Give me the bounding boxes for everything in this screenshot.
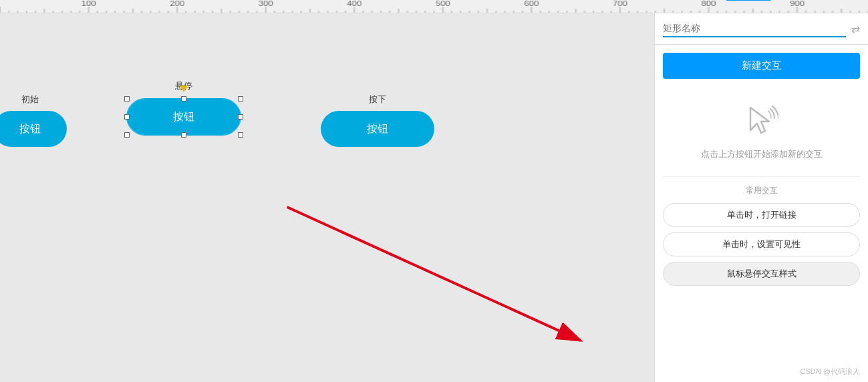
footer-text: CSDN @代码浪人 (655, 361, 868, 382)
anchor-indicator (180, 85, 188, 92)
state-hover-button[interactable]: 按钮 (127, 99, 241, 135)
shape-name-input[interactable] (663, 20, 846, 37)
right-panel: ⇄ 新建交互 点击上方按钮开始添加新的交互 常用交互 (654, 13, 868, 382)
common-interactions: 常用交互 单击时，打开链接 单击时，设置可见性 鼠标悬停交互样式 (655, 180, 868, 297)
handle-tr[interactable] (238, 96, 243, 102)
ruler (0, 0, 868, 13)
state-hover: 悬停 按钮 (127, 80, 241, 135)
state-pressed: 按下 按钮 (321, 93, 434, 147)
interaction-set-visibility[interactable]: 单击时，设置可见性 (663, 232, 860, 256)
state-initial-button[interactable]: 按钮 (0, 111, 67, 147)
state-initial-label: 初始 (21, 93, 39, 106)
common-interactions-title: 常用交互 (663, 185, 860, 196)
handle-bm[interactable] (181, 132, 186, 138)
hint-text: 点击上方按钮开始添加新的交互 (701, 148, 823, 160)
handle-bl[interactable] (124, 132, 130, 138)
svg-marker-2 (750, 108, 769, 133)
handle-lm[interactable] (124, 114, 130, 120)
selection-box: 按钮 (127, 99, 241, 135)
state-pressed-label: 按下 (369, 93, 386, 106)
svg-line-1 (287, 207, 581, 341)
ruler-canvas (0, 0, 868, 13)
cursor-icon-area (742, 100, 782, 140)
arrow-overlay (0, 13, 654, 382)
handle-br[interactable] (238, 132, 243, 138)
handle-rm[interactable] (238, 114, 243, 120)
settings-icon[interactable]: ⇄ (851, 23, 860, 35)
interaction-open-link[interactable]: 单击时，打开链接 (663, 203, 860, 227)
interaction-hover-style[interactable]: 鼠标悬停交互样式 (663, 262, 860, 286)
divider (663, 176, 860, 177)
panel-header: ⇄ (655, 13, 868, 45)
cursor-icon (745, 102, 778, 139)
state-pressed-button[interactable]: 按钮 (321, 111, 434, 147)
new-interaction-button[interactable]: 新建交互 (663, 53, 860, 79)
handle-tl[interactable] (124, 96, 130, 102)
interaction-hint: 点击上方按钮开始添加新的交互 (655, 87, 868, 174)
state-initial: 初始 按钮 (0, 93, 67, 147)
main-container: 初始 按钮 悬停 按钮 按下 按钮 (0, 13, 868, 382)
canvas-area[interactable]: 初始 按钮 悬停 按钮 按下 按钮 (0, 13, 654, 382)
handle-tm[interactable] (181, 96, 186, 102)
